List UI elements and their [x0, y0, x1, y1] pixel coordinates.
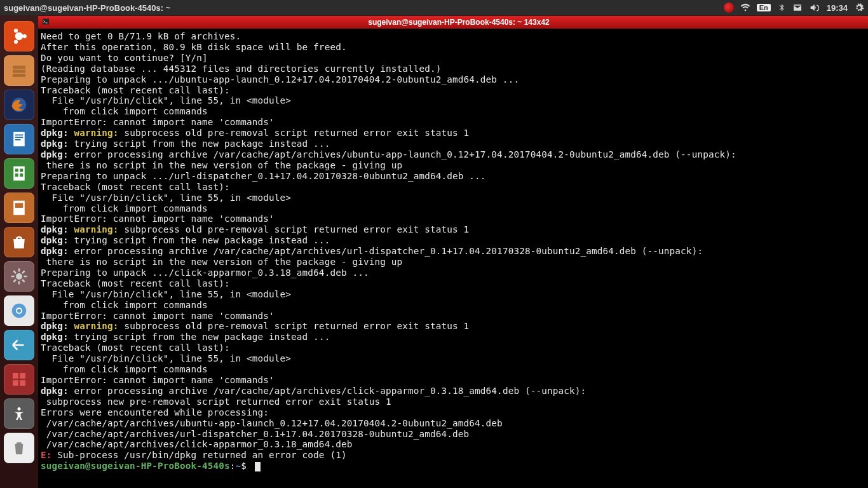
terminal-line: dpkg: warning: subprocess old pre-remova…: [41, 224, 865, 235]
terminal-line: /var/cache/apt/archives/url-dispatcher_0…: [41, 429, 865, 440]
launcher-firefox[interactable]: [4, 90, 34, 120]
launcher-calc[interactable]: [4, 158, 34, 189]
svg-point-22: [17, 309, 21, 313]
terminal-line: ImportError: cannot import name 'command…: [41, 214, 865, 224]
terminal-line: from click import commands: [41, 106, 865, 117]
terminal-line: dpkg: error processing archive /var/cach…: [41, 246, 865, 257]
terminal-line: dpkg: error processing archive /var/cach…: [41, 386, 865, 396]
terminal-line: Traceback (most recent call last):: [41, 342, 865, 353]
terminal-line: /var/cache/apt/archives/ubuntu-app-launc…: [41, 418, 865, 429]
terminal-line: File "/usr/bin/click", line 55, in <modu…: [41, 353, 865, 364]
launcher-accessibility[interactable]: [4, 398, 34, 429]
svg-point-1: [23, 34, 27, 38]
language-indicator[interactable]: En: [757, 1, 771, 14]
svg-point-2: [14, 29, 18, 32]
bluetooth-icon[interactable]: [777, 1, 786, 14]
terminal-line: Traceback (most recent call last):: [41, 182, 865, 193]
terminal-icon: [42, 18, 50, 27]
terminal-line: Errors were encountered while processing…: [41, 407, 865, 418]
svg-point-0: [15, 32, 24, 41]
terminal-line: Preparing to unpack .../click-apparmor_0…: [41, 268, 865, 278]
terminal-line: there is no script in the new version of…: [41, 160, 865, 171]
terminal-window: sugeivan@sugeivan-HP-ProBook-4540s: ~ 14…: [38, 15, 868, 485]
svg-rect-10: [15, 137, 24, 138]
terminal-title-text: sugeivan@sugeivan-HP-ProBook-4540s: ~ 14…: [50, 18, 868, 27]
svg-rect-25: [13, 380, 18, 386]
svg-rect-14: [20, 169, 23, 172]
unity-launcher: [0, 15, 38, 488]
terminal-line: After this operation, 80.9 kB disk space…: [41, 42, 865, 53]
svg-point-27: [18, 407, 21, 410]
svg-rect-13: [15, 169, 18, 172]
terminal-cursor: [255, 462, 261, 471]
svg-rect-6: [13, 74, 25, 77]
launcher-ubuntu-dash[interactable]: [4, 21, 34, 51]
terminal-line: from click import commands: [41, 300, 865, 311]
terminal-line: Do you want to continue? [Y/n]: [41, 53, 865, 64]
svg-rect-9: [15, 135, 24, 136]
launcher-writer[interactable]: [4, 124, 34, 154]
terminal-line: dpkg: warning: subprocess old pre-remova…: [41, 128, 865, 139]
terminal-line: File "/usr/bin/click", line 55, in <modu…: [41, 193, 865, 203]
svg-point-3: [14, 40, 18, 44]
update-shield-icon[interactable]: [724, 1, 734, 14]
launcher-system-settings[interactable]: [4, 261, 34, 292]
mail-icon[interactable]: [792, 1, 803, 14]
terminal-line: dpkg: trying script from the new package…: [41, 332, 865, 342]
terminal-line: Preparing to unpack .../ubuntu-app-launc…: [41, 74, 865, 85]
terminal-line: File "/usr/bin/click", line 55, in <modu…: [41, 289, 865, 300]
terminal-line: dpkg: trying script from the new package…: [41, 235, 865, 246]
power-cog-icon[interactable]: [854, 1, 864, 14]
launcher-trash[interactable]: [4, 433, 34, 463]
svg-rect-11: [15, 139, 21, 140]
gnome-topbar: sugeivan@sugeivan-HP-ProBook-4540s: ~ En…: [0, 0, 868, 15]
terminal-line: (Reading database ... 445312 files and d…: [41, 64, 865, 74]
svg-rect-5: [13, 70, 25, 73]
svg-rect-15: [15, 173, 18, 177]
terminal-line: ImportError: cannot import name 'command…: [41, 311, 865, 322]
terminal-line: /var/cache/apt/archives/click-apparmor_0…: [41, 439, 865, 450]
terminal-line: there is no script in the new version of…: [41, 257, 865, 268]
terminal-line: from click import commands: [41, 364, 865, 375]
terminal-prompt[interactable]: sugeivan@sugeivan-HP-ProBook-4540s:~$: [41, 461, 865, 471]
terminal-line: ImportError: cannot import name 'command…: [41, 117, 865, 128]
terminal-titlebar[interactable]: sugeivan@sugeivan-HP-ProBook-4540s: ~ 14…: [38, 16, 868, 29]
launcher-files[interactable]: [4, 55, 34, 86]
svg-rect-26: [20, 380, 25, 386]
launcher-ccsm[interactable]: [4, 364, 34, 395]
launcher-impress[interactable]: [4, 193, 34, 223]
svg-point-19: [16, 273, 22, 280]
terminal-line: dpkg: warning: subprocess old pre-remova…: [41, 321, 865, 332]
window-title: sugeivan@sugeivan-HP-ProBook-4540s: ~: [4, 3, 170, 13]
terminal-line: Need to get 0 B/71.9 kB of archives.: [41, 31, 865, 42]
launcher-screenshot[interactable]: [4, 330, 34, 360]
terminal-line: Preparing to unpack .../url-dispatcher_0…: [41, 171, 865, 182]
svg-rect-23: [13, 373, 18, 379]
terminal-line: from click import commands: [41, 203, 865, 214]
terminal-line: subprocess new pre-removal script return…: [41, 396, 865, 407]
svg-rect-28: [43, 18, 49, 24]
svg-rect-18: [15, 203, 24, 208]
terminal-line: ImportError: cannot import name 'command…: [41, 375, 865, 386]
terminal-line: File "/usr/bin/click", line 55, in <modu…: [41, 95, 865, 106]
wifi-icon[interactable]: [740, 1, 750, 14]
terminal-line: dpkg: error processing archive /var/cach…: [41, 149, 865, 160]
clock[interactable]: 19:34: [827, 1, 848, 14]
terminal-line: E: Sub-process /usr/bin/dpkg returned an…: [41, 450, 865, 461]
terminal-output[interactable]: Need to get 0 B/71.9 kB of archives.Afte…: [38, 29, 868, 474]
launcher-software-store[interactable]: [4, 227, 34, 257]
terminal-line: dpkg: trying script from the new package…: [41, 139, 865, 149]
svg-rect-24: [20, 373, 25, 379]
svg-rect-16: [20, 173, 23, 177]
svg-rect-4: [13, 66, 25, 69]
terminal-line: Traceback (most recent call last):: [41, 85, 865, 96]
launcher-chromium[interactable]: [4, 295, 34, 326]
terminal-line: Traceback (most recent call last):: [41, 278, 865, 289]
sound-icon[interactable]: [809, 1, 819, 14]
